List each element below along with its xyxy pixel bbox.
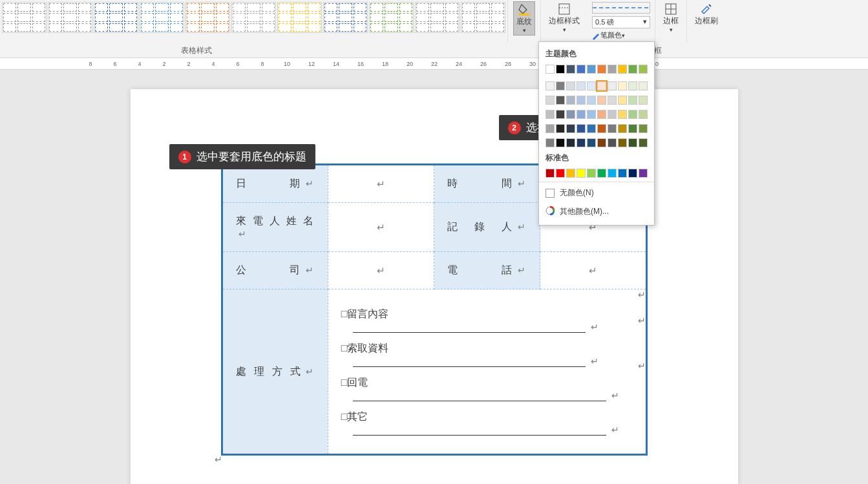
color-swatch[interactable] xyxy=(608,81,617,90)
color-swatch[interactable] xyxy=(639,169,648,178)
cell-label[interactable]: 電 話↵ xyxy=(434,252,540,289)
color-swatch[interactable] xyxy=(566,138,575,147)
color-swatch[interactable] xyxy=(597,138,606,147)
color-swatch[interactable] xyxy=(566,96,575,105)
color-swatch[interactable] xyxy=(587,169,596,178)
table-style-thumb[interactable] xyxy=(415,2,460,33)
table-style-thumb[interactable] xyxy=(140,2,184,33)
color-swatch[interactable] xyxy=(566,110,575,119)
cell-content[interactable]: □留言內容↵ □索取資料↵ □回電↵ □其它↵ xyxy=(328,289,646,455)
cell-label[interactable]: 記 錄 人↵ xyxy=(434,203,540,252)
color-swatch[interactable] xyxy=(608,138,617,147)
color-swatch[interactable] xyxy=(628,65,637,74)
color-swatch[interactable] xyxy=(556,138,565,147)
color-swatch[interactable] xyxy=(556,81,565,90)
color-swatch[interactable] xyxy=(545,110,555,119)
color-swatch[interactable] xyxy=(556,169,565,178)
color-swatch[interactable] xyxy=(597,124,606,133)
color-swatch[interactable] xyxy=(639,81,648,90)
border-painter-button[interactable]: 边框刷 xyxy=(692,1,721,28)
color-swatch[interactable] xyxy=(628,169,637,178)
more-colors-option[interactable]: 其他颜色(M)... xyxy=(539,202,654,221)
color-swatch[interactable] xyxy=(587,124,596,133)
horizontal-ruler[interactable]: 8642246810121416182022242628303234363840 xyxy=(0,58,868,70)
color-swatch[interactable] xyxy=(566,65,575,74)
table-style-thumb[interactable] xyxy=(2,2,47,33)
color-swatch[interactable] xyxy=(597,169,606,178)
color-swatch[interactable] xyxy=(618,110,627,119)
color-swatch[interactable] xyxy=(577,124,586,133)
color-swatch[interactable] xyxy=(618,65,627,74)
color-swatch[interactable] xyxy=(618,96,627,105)
color-swatch[interactable] xyxy=(628,81,637,90)
color-swatch[interactable] xyxy=(587,96,596,105)
color-swatch[interactable] xyxy=(618,81,627,90)
cell-value[interactable]: ↵ xyxy=(328,165,434,203)
color-swatch[interactable] xyxy=(587,110,596,119)
table-style-thumb[interactable] xyxy=(461,2,505,33)
color-swatch[interactable] xyxy=(587,65,596,74)
table-row[interactable]: 處 理 方 式↵ □留言內容↵ □索取資料↵ □回電↵ □其它↵ xyxy=(222,289,646,455)
pen-color-button[interactable]: 笔颜色 ▾ xyxy=(591,30,651,40)
color-swatch[interactable] xyxy=(577,110,586,119)
cell-value[interactable]: ↵ xyxy=(328,252,434,289)
color-swatch[interactable] xyxy=(639,65,648,74)
color-swatch[interactable] xyxy=(639,138,648,147)
color-swatch[interactable] xyxy=(597,110,606,119)
table-style-thumb[interactable] xyxy=(48,2,92,33)
no-color-option[interactable]: 无颜色(N) xyxy=(539,184,654,202)
color-swatch[interactable] xyxy=(587,138,596,147)
color-swatch[interactable] xyxy=(577,96,586,105)
table-style-gallery[interactable] xyxy=(0,0,507,35)
color-swatch[interactable] xyxy=(556,110,565,119)
border-button[interactable]: 边框 ▾ xyxy=(661,1,681,34)
color-swatch[interactable] xyxy=(639,110,648,119)
color-swatch[interactable] xyxy=(608,169,617,178)
color-swatch[interactable] xyxy=(618,138,627,147)
table-style-thumb[interactable] xyxy=(277,2,322,33)
table-style-thumb[interactable] xyxy=(369,2,414,33)
cell-label[interactable]: 時 間↵ xyxy=(434,165,540,203)
color-swatch[interactable] xyxy=(628,124,637,133)
border-style-button[interactable]: 边框样式 ▾ xyxy=(546,1,582,34)
table-style-thumb[interactable] xyxy=(185,2,230,33)
border-weight-selector[interactable]: 0.5 磅 ▾ xyxy=(592,16,650,28)
color-swatch[interactable] xyxy=(618,124,627,133)
color-swatch[interactable] xyxy=(587,81,596,90)
color-swatch[interactable] xyxy=(639,124,648,133)
color-swatch[interactable] xyxy=(608,124,617,133)
color-swatch[interactable] xyxy=(545,65,555,74)
table-row[interactable]: 公 司↵ ↵ 電 話↵ ↵ xyxy=(222,252,646,289)
color-swatch[interactable] xyxy=(597,81,606,90)
color-swatch[interactable] xyxy=(628,96,637,105)
color-swatch[interactable] xyxy=(556,96,565,105)
color-swatch[interactable] xyxy=(545,124,555,133)
color-swatch[interactable] xyxy=(556,124,565,133)
cell-label[interactable]: 來 電 人 姓 名↵ xyxy=(222,203,328,252)
color-swatch[interactable] xyxy=(566,81,575,90)
color-swatch[interactable] xyxy=(608,96,617,105)
color-swatch[interactable] xyxy=(608,110,617,119)
color-swatch[interactable] xyxy=(545,96,555,105)
color-swatch[interactable] xyxy=(545,169,555,178)
border-dash-selector[interactable] xyxy=(592,2,650,14)
color-swatch[interactable] xyxy=(545,138,555,147)
color-swatch[interactable] xyxy=(566,169,575,178)
color-swatch[interactable] xyxy=(577,169,586,178)
table-style-thumb[interactable] xyxy=(231,2,276,33)
color-swatch[interactable] xyxy=(545,81,555,90)
color-swatch[interactable] xyxy=(577,81,586,90)
shading-button[interactable]: 底纹 ▾ xyxy=(513,1,535,36)
cell-value[interactable]: ↵ xyxy=(328,203,434,252)
color-swatch[interactable] xyxy=(566,124,575,133)
cell-label[interactable]: 處 理 方 式↵ xyxy=(222,289,328,455)
color-swatch[interactable] xyxy=(577,138,586,147)
cell-value[interactable]: ↵ xyxy=(540,252,646,289)
cell-label[interactable]: 公 司↵ xyxy=(222,252,328,289)
color-swatch[interactable] xyxy=(628,138,637,147)
color-swatch[interactable] xyxy=(597,96,606,105)
cell-label[interactable]: 日 期↵ xyxy=(222,165,328,203)
color-swatch[interactable] xyxy=(556,65,565,74)
table-style-thumb[interactable] xyxy=(323,2,368,33)
color-swatch[interactable] xyxy=(618,169,627,178)
